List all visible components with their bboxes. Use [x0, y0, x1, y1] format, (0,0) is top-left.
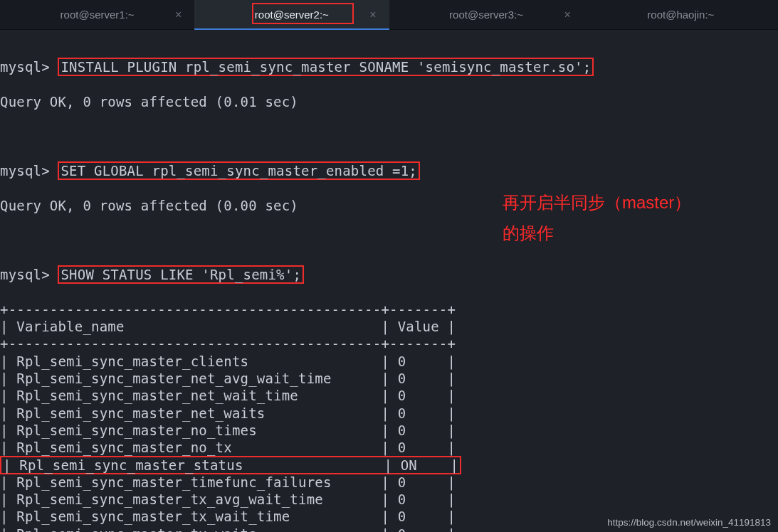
- terminal-output[interactable]: mysql> INSTALL PLUGIN rpl_semi_sync_mast…: [0, 30, 778, 532]
- mysql-prompt: mysql>: [0, 163, 50, 179]
- terminal-line: | Rpl_semi_sync_master_no_tx | 0 |: [0, 439, 778, 456]
- terminal-line: +---------------------------------------…: [0, 301, 778, 318]
- annotation-line1: 再开启半同步（master）: [503, 193, 691, 212]
- terminal-line: mysql> SET GLOBAL rpl_semi_sync_master_e…: [0, 162, 778, 179]
- mysql-prompt: mysql>: [0, 59, 50, 75]
- terminal-line: [0, 128, 778, 145]
- annotation-box-tab: [252, 3, 354, 24]
- tab-server1[interactable]: root@server1:~ ×: [0, 0, 194, 29]
- tab-bar: root@server1:~ × root@server2:~ × root@s…: [0, 0, 778, 30]
- terminal-line: | Rpl_semi_sync_master_clients | 0 |: [0, 353, 778, 370]
- terminal-line: +---------------------------------------…: [0, 335, 778, 352]
- terminal-line: | Rpl_semi_sync_master_status | ON |: [0, 457, 778, 474]
- tab-server3[interactable]: root@server3:~ ×: [389, 0, 584, 29]
- terminal-line: | Rpl_semi_sync_master_net_wait_time | 0…: [0, 387, 778, 404]
- close-icon[interactable]: ×: [369, 9, 376, 21]
- cmd-show-status: SHOW STATUS LIKE 'Rpl_semi%';: [58, 265, 304, 284]
- status-table: +---------------------------------------…: [0, 301, 778, 532]
- close-icon[interactable]: ×: [175, 9, 182, 21]
- watermark-text: https://blog.csdn.net/weixin_41191813: [607, 517, 771, 528]
- annotation-line2: 的操作: [503, 223, 554, 243]
- terminal-line: | Rpl_semi_sync_master_net_avg_wait_time…: [0, 370, 778, 387]
- cmd-install-plugin: INSTALL PLUGIN rpl_semi_sync_master SONA…: [58, 58, 594, 76]
- cmd-set-global: SET GLOBAL rpl_semi_sync_master_enabled …: [58, 161, 419, 180]
- terminal-line: Query OK, 0 rows affected (0.01 sec): [0, 93, 778, 110]
- tab-label: root@haojin:~: [647, 9, 714, 21]
- terminal-line: | Rpl_semi_sync_master_tx_avg_wait_time …: [0, 491, 778, 508]
- terminal-line: | Rpl_semi_sync_master_net_waits | 0 |: [0, 405, 778, 422]
- tab-label: root@server3:~: [449, 9, 523, 21]
- annotation-text: 再开启半同步（master） 的操作: [503, 187, 691, 248]
- close-icon[interactable]: ×: [564, 9, 570, 21]
- tab-haojin[interactable]: root@haojin:~: [584, 0, 778, 29]
- tab-label: root@server1:~: [61, 9, 135, 21]
- terminal-line: | Rpl_semi_sync_master_timefunc_failures…: [0, 474, 778, 491]
- mysql-prompt: mysql>: [0, 267, 50, 282]
- highlighted-row: | Rpl_semi_sync_master_status | ON |: [0, 456, 461, 474]
- terminal-line: mysql> INSTALL PLUGIN rpl_semi_sync_mast…: [0, 58, 778, 75]
- terminal-line: mysql> SHOW STATUS LIKE 'Rpl_semi%';: [0, 266, 778, 283]
- terminal-line: | Variable_name | Value |: [0, 318, 778, 335]
- terminal-line: | Rpl_semi_sync_master_no_times | 0 |: [0, 422, 778, 439]
